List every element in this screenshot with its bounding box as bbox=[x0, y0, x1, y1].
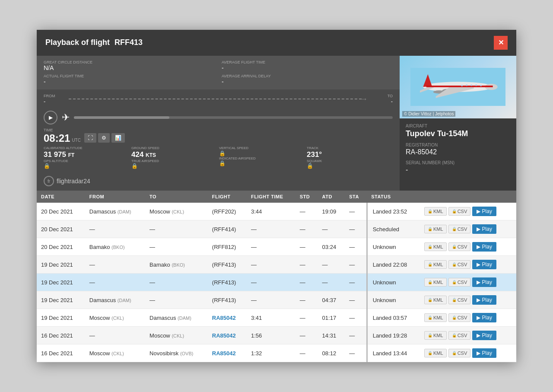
dashed-line bbox=[69, 99, 362, 99]
aircraft-info: AIRCRAFT Tupolev Tu-154M REGISTRATION RA… bbox=[400, 118, 516, 183]
csv-lock-icon: 🔒 bbox=[452, 298, 457, 302]
play-button[interactable]: ▶ Play bbox=[472, 242, 496, 252]
csv-lock-icon: 🔒 bbox=[452, 280, 457, 284]
play-button[interactable]: ▶ Play bbox=[472, 348, 496, 358]
play-button[interactable]: ▶ Play bbox=[472, 295, 496, 305]
svg-rect-10 bbox=[466, 85, 467, 86]
cell-actions: 🔒 KML 🔒 CSV ▶ Play bbox=[420, 344, 516, 362]
serial-label: SERIAL NUMBER (MSN) bbox=[406, 160, 510, 165]
flight-link[interactable]: RA85042 bbox=[212, 350, 236, 357]
csv-button[interactable]: 🔒 CSV bbox=[448, 260, 471, 269]
kml-button[interactable]: 🔒 KML bbox=[424, 278, 447, 287]
cell-to: Moscow (CKL) bbox=[145, 203, 208, 220]
ground-speed-value: 424 KTS bbox=[131, 150, 217, 159]
csv-button[interactable]: 🔒 CSV bbox=[448, 278, 471, 287]
cell-flight: RA85042 bbox=[208, 327, 247, 344]
ground-speed-metric: GROUND SPEED 424 KTS TRUE AIRSPEED 🔒 bbox=[131, 146, 217, 169]
cell-flight: (RFF414) bbox=[208, 220, 247, 238]
kml-button[interactable]: 🔒 KML bbox=[424, 331, 447, 340]
aircraft-image bbox=[410, 65, 505, 108]
table-row: 20 Dec 2021 — — (RFF414) — — — — Schedul… bbox=[37, 220, 516, 238]
cell-flight: (RFF413) bbox=[208, 274, 247, 291]
indicated-airspeed-lock-icon: 🔒 bbox=[219, 160, 305, 166]
csv-button[interactable]: 🔒 CSV bbox=[448, 313, 471, 322]
control-buttons: ⛶ ⚙ 📊 bbox=[84, 133, 125, 144]
csv-button[interactable]: 🔒 CSV bbox=[448, 225, 471, 233]
cell-sta: — bbox=[345, 327, 367, 344]
play-button[interactable]: ▶ Play bbox=[472, 331, 496, 340]
chart-button[interactable]: 📊 bbox=[111, 133, 125, 143]
csv-button[interactable]: 🔒 CSV bbox=[448, 349, 471, 357]
kml-lock-icon: 🔒 bbox=[428, 351, 432, 355]
kml-lock-icon: 🔒 bbox=[428, 333, 432, 338]
cell-from: — bbox=[85, 256, 145, 274]
great-circle-info: GREAT CIRCLE DISTANCE N/A bbox=[44, 60, 215, 71]
table-row: 16 Dec 2021 Moscow (CKL) Novosibirsk (OV… bbox=[37, 344, 516, 362]
play-button[interactable]: ▶ Play bbox=[472, 313, 496, 322]
time-unit: UTC bbox=[72, 138, 81, 143]
col-actions bbox=[420, 191, 516, 203]
track-label: TRACK bbox=[307, 146, 393, 150]
from-value: - bbox=[44, 98, 65, 105]
cell-date: 19 Dec 2021 bbox=[37, 291, 85, 309]
cell-actions: 🔒 KML 🔒 CSV ▶ Play bbox=[420, 291, 516, 309]
play-button[interactable]: ▶ Play bbox=[472, 207, 496, 216]
flight-text: (RFF202) bbox=[212, 208, 236, 215]
serial-value: - bbox=[406, 166, 510, 174]
settings-button[interactable]: ⚙ bbox=[98, 133, 110, 143]
flight-path-area: FROM - → TO - bbox=[37, 89, 400, 109]
great-circle-value: N/A bbox=[44, 64, 215, 71]
cell-sta: — bbox=[345, 291, 367, 309]
flight-link[interactable]: RA85042 bbox=[212, 315, 236, 321]
csv-button[interactable]: 🔒 CSV bbox=[448, 296, 471, 304]
csv-button[interactable]: 🔒 CSV bbox=[448, 242, 471, 251]
kml-button[interactable]: 🔒 KML bbox=[424, 207, 447, 216]
calibrated-alt-value: 31 975 FT bbox=[44, 150, 130, 159]
cell-to: Damascus (DAM) bbox=[145, 309, 208, 327]
cell-from: Damascus (DAM) bbox=[85, 203, 145, 220]
kml-button[interactable]: 🔒 KML bbox=[424, 349, 447, 357]
flight-text: (RFF413) bbox=[212, 279, 236, 286]
cell-status: Unknown bbox=[367, 238, 420, 256]
actual-flight-info: ACTUAL FLIGHT TIME - bbox=[44, 74, 215, 85]
squawk-label: SQUAWK bbox=[307, 159, 393, 163]
from-label: FROM bbox=[44, 94, 65, 98]
cell-status: Unknown bbox=[367, 274, 420, 291]
cell-sta: — bbox=[345, 309, 367, 327]
cell-date: 16 Dec 2021 bbox=[37, 327, 85, 344]
table-header-row: DATE FROM TO FLIGHT FLIGHT TIME STD ATD … bbox=[37, 191, 516, 203]
modal-header: Playback of flight RFF413 ✕ bbox=[37, 30, 516, 56]
play-pause-button[interactable]: ▶ bbox=[44, 111, 57, 124]
cell-actions: 🔒 KML 🔒 CSV ▶ Play bbox=[420, 274, 516, 291]
cell-flight: RA85042 bbox=[208, 344, 247, 362]
modal-title-text: Playback of flight bbox=[45, 38, 110, 47]
cell-actions: 🔒 KML 🔒 CSV ▶ Play bbox=[420, 220, 516, 238]
kml-button[interactable]: 🔒 KML bbox=[424, 260, 447, 269]
kml-button[interactable]: 🔒 KML bbox=[424, 313, 447, 322]
right-panel: © Didier Vittoz | Jetphotos AIRCRAFT Tup… bbox=[400, 56, 516, 191]
cell-status: Landed 19:28 bbox=[367, 327, 420, 344]
cell-atd: — bbox=[318, 220, 345, 238]
progress-bar[interactable] bbox=[74, 116, 393, 119]
flight-text: (RFF414) bbox=[212, 226, 236, 233]
kml-button[interactable]: 🔒 KML bbox=[424, 242, 447, 251]
cell-to: — bbox=[145, 220, 208, 238]
cell-actions: 🔒 KML 🔒 CSV ▶ Play bbox=[420, 256, 516, 274]
csv-button[interactable]: 🔒 CSV bbox=[448, 331, 471, 340]
play-button[interactable]: ▶ Play bbox=[472, 224, 496, 234]
fullscreen-button[interactable]: ⛶ bbox=[84, 133, 96, 143]
csv-button[interactable]: 🔒 CSV bbox=[448, 207, 471, 216]
play-button[interactable]: ▶ Play bbox=[472, 260, 496, 269]
kml-lock-icon: 🔒 bbox=[428, 316, 432, 320]
cell-sta: — bbox=[345, 274, 367, 291]
to-value: - bbox=[391, 98, 393, 105]
registration-value: RA-85042 bbox=[406, 148, 510, 156]
close-button[interactable]: ✕ bbox=[494, 36, 508, 50]
play-button[interactable]: ▶ Play bbox=[472, 277, 496, 287]
kml-button[interactable]: 🔒 KML bbox=[424, 225, 447, 233]
cell-std: — bbox=[296, 203, 318, 220]
cell-flight-time: — bbox=[247, 274, 296, 291]
kml-button[interactable]: 🔒 KML bbox=[424, 296, 447, 304]
cell-sta: — bbox=[345, 256, 367, 274]
flight-link[interactable]: RA85042 bbox=[212, 332, 236, 339]
